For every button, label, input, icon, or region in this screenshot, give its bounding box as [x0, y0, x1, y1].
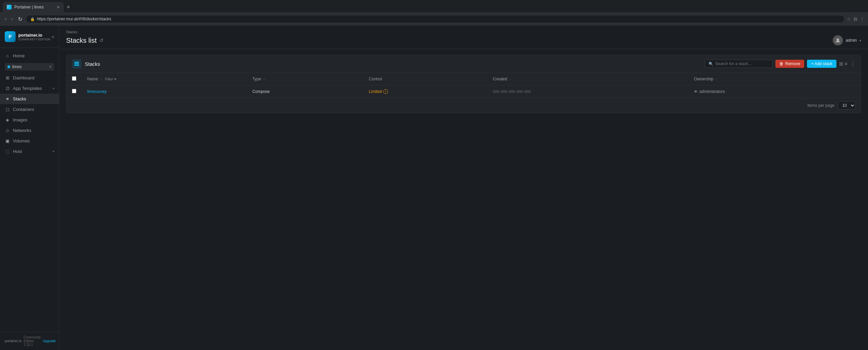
page-header: Stacks Stacks list ↺ admin ▾	[59, 26, 868, 49]
stack-created-cell	[487, 85, 689, 98]
env-close-button[interactable]: ×	[49, 64, 52, 69]
type-column-header[interactable]: Type ↕	[247, 73, 363, 85]
sidebar-collapse-button[interactable]: «	[52, 34, 54, 39]
search-icon: 🔍	[709, 62, 713, 66]
bookmark-icon[interactable]: ☆	[847, 16, 851, 22]
search-box[interactable]: 🔍	[705, 60, 773, 68]
browser-tabs: P Portainer | limes × +	[0, 0, 868, 12]
sidebar-item-label: App Templates	[13, 86, 42, 91]
chevron-down-icon: ▾	[53, 86, 54, 90]
app-container: P portainer.io COMMUNITY EDITION « ⌂ Hom…	[0, 26, 868, 350]
stack-ownership-cell: 👁 administrators	[689, 85, 861, 98]
table-row: limesurvey Compose Limited i	[66, 85, 861, 98]
sidebar-item-label: Dashboard	[13, 75, 35, 80]
info-icon[interactable]: i	[383, 89, 388, 94]
stack-type-value: Compose	[252, 89, 270, 94]
reload-button[interactable]: ↻	[17, 16, 24, 22]
networks-icon: ◇	[5, 128, 10, 133]
sidebar-item-volumes[interactable]: ▣ Volumes	[0, 136, 59, 146]
env-dot	[7, 65, 10, 68]
control-column-label: Control	[369, 77, 382, 81]
table-container: Stacks 🔍 🗑 Remove + Add stack	[59, 49, 868, 350]
view-toggle-button[interactable]: ⊞ ≡	[839, 61, 847, 66]
control-value: Limited	[369, 89, 382, 94]
table-body: limesurvey Compose Limited i	[66, 85, 861, 98]
env-badge[interactable]: limes ×	[5, 63, 54, 71]
trash-icon: 🗑	[779, 61, 784, 66]
tab-title: Portainer | limes	[14, 5, 43, 9]
sidebar-item-networks[interactable]: ◇ Networks	[0, 125, 59, 136]
logo-subtitle: COMMUNITY EDITION	[18, 38, 50, 41]
sidebar-footer: portainer.io Community Edition 2.15.1 Up…	[0, 332, 59, 350]
extensions-icon[interactable]: ⧉	[854, 16, 857, 22]
more-options-button[interactable]: ⋮	[850, 61, 855, 67]
sidebar-item-label: Home	[13, 53, 25, 58]
select-all-column	[66, 73, 82, 85]
browser-chrome: P Portainer | limes × + ‹ › ↻ 🔒 https://…	[0, 0, 868, 26]
page-title: Stacks list ↺	[66, 37, 103, 44]
sidebar-item-home[interactable]: ⌂ Home	[0, 51, 59, 61]
name-column-header[interactable]: Name ↕ Filter ▾	[82, 73, 247, 85]
items-per-page-select[interactable]: 10 25 50	[838, 101, 855, 110]
sidebar-item-app-templates[interactable]: ⊡ App Templates ▾	[0, 83, 59, 94]
back-button[interactable]: ‹	[3, 16, 8, 22]
created-column-header[interactable]: Created ↕	[487, 73, 689, 85]
user-menu-chevron-icon[interactable]: ▾	[860, 39, 861, 42]
logo-title: portainer.io	[18, 33, 50, 38]
browser-tab-active[interactable]: P Portainer | limes ×	[3, 2, 64, 12]
name-column-label: Name	[87, 77, 98, 81]
name-sort-icon: ↕	[100, 77, 102, 81]
list-view-icon: ≡	[845, 61, 847, 66]
sidebar-item-images[interactable]: ◈ Images	[0, 115, 59, 125]
search-input[interactable]	[715, 61, 769, 66]
breadcrumb: Stacks	[66, 30, 861, 34]
stacks-icon: ≡	[5, 96, 10, 101]
env-section: limes ×	[0, 61, 59, 73]
lock-icon: 🔒	[30, 17, 35, 21]
tab-close-button[interactable]: ×	[57, 4, 60, 10]
menu-icon[interactable]: ⋮	[860, 16, 865, 22]
refresh-icon[interactable]: ↺	[99, 38, 103, 43]
stack-name-link[interactable]: limesurvey	[87, 89, 107, 94]
sidebar-item-label: Images	[13, 117, 27, 122]
sidebar-item-containers[interactable]: ◻ Containers	[0, 104, 59, 115]
address-bar[interactable]: 🔒 https://portainer.mur.at/#!/6/docker/s…	[26, 15, 845, 23]
stack-type-cell: Compose	[247, 85, 363, 98]
avatar	[833, 35, 843, 45]
created-segment	[501, 90, 507, 93]
url-text: https://portainer.mur.at/#!/6/docker/sta…	[37, 17, 111, 21]
sidebar-item-dashboard[interactable]: ⊞ Dashboard	[0, 73, 59, 83]
sidebar-header: P portainer.io COMMUNITY EDITION «	[0, 26, 59, 48]
remove-label: Remove	[785, 61, 801, 66]
new-tab-button[interactable]: +	[64, 4, 73, 11]
sidebar-nav: ⌂ Home limes × ⊞ Dashboard ⊡ App Templat…	[0, 48, 59, 332]
username: admin	[846, 38, 857, 43]
page-title-row: Stacks list ↺ admin ▾	[66, 35, 861, 49]
remove-button[interactable]: 🗑 Remove	[775, 60, 805, 68]
created-bar	[493, 90, 683, 93]
panel-header: Stacks 🔍 🗑 Remove + Add stack	[66, 55, 861, 73]
panel-title: Stacks	[85, 61, 701, 67]
filter-button[interactable]: Filter ▾	[105, 77, 117, 81]
sidebar-item-host[interactable]: ⬚ Host ▾	[0, 146, 59, 157]
user-area: admin ▾	[833, 35, 861, 45]
created-segment	[516, 90, 523, 93]
forward-button[interactable]: ›	[10, 16, 14, 22]
ownership-column-header[interactable]: Ownership ↕	[689, 73, 861, 85]
grid-view-icon: ⊞	[839, 61, 843, 66]
select-all-checkbox[interactable]	[72, 76, 76, 81]
stack-control-cell: Limited i	[363, 85, 487, 98]
browser-actions: ☆ ⧉ ⋮	[847, 16, 865, 22]
logo-area: P portainer.io COMMUNITY EDITION	[5, 31, 50, 42]
host-icon: ⬚	[5, 149, 10, 154]
svg-rect-1	[74, 62, 79, 63]
panel-actions: 🔍 🗑 Remove + Add stack ⊞ ≡	[705, 60, 855, 68]
sidebar-item-stacks[interactable]: ≡ Stacks	[0, 94, 59, 104]
stacks-panel: Stacks 🔍 🗑 Remove + Add stack	[66, 55, 861, 113]
upgrade-link[interactable]: Upgrade	[43, 339, 56, 343]
control-column-header: Control	[363, 73, 487, 85]
items-per-page-label: Items per page	[807, 103, 834, 108]
row-checkbox[interactable]	[72, 89, 76, 93]
add-stack-button[interactable]: + Add stack	[807, 60, 836, 68]
app-templates-icon: ⊡	[5, 86, 10, 91]
